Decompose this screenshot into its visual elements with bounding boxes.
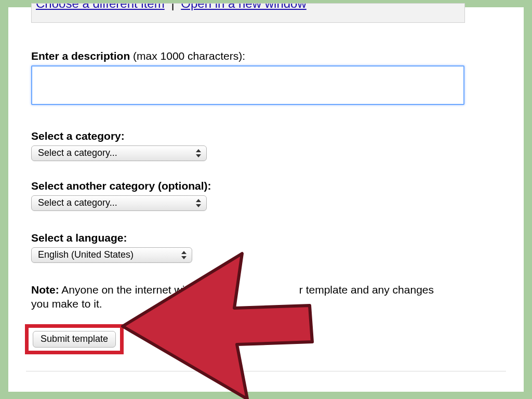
submit-highlight: Submit template	[25, 324, 124, 354]
category-select[interactable]: Select a category...	[31, 145, 207, 161]
description-section: Enter a description (max 1000 characters…	[31, 50, 468, 105]
link-separator: |	[168, 3, 177, 10]
submit-template-button[interactable]: Submit template	[33, 331, 116, 348]
description-label: Enter a description (max 1000 characters…	[31, 50, 468, 62]
description-input[interactable]	[31, 65, 464, 105]
divider	[26, 371, 506, 371]
language-select[interactable]: English (United States)	[31, 247, 192, 263]
category-label: Select a category:	[31, 130, 207, 142]
open-new-window-link[interactable]: Open in a new window	[181, 3, 306, 10]
page-frame: Choose a different item | Open in a new …	[8, 7, 524, 392]
category2-label: Select another category (optional):	[31, 180, 211, 192]
annotation-arrow-icon	[112, 248, 356, 399]
category-select-value: Select a category...	[38, 148, 117, 158]
note-text: Note: Anyone on the internet wixxxxxxxxx…	[31, 283, 447, 311]
language-label: Select a language:	[31, 232, 192, 244]
category2-select-value: Select a category...	[38, 197, 117, 208]
choose-different-item-link[interactable]: Choose a different item	[36, 3, 165, 10]
category2-select[interactable]: Select a category...	[31, 195, 207, 211]
language-section: Select a language: English (United State…	[31, 232, 192, 263]
category-section: Select a category: Select a category...	[31, 130, 207, 161]
category2-section: Select another category (optional): Sele…	[31, 180, 211, 211]
top-link-bar: Choose a different item | Open in a new …	[31, 3, 465, 23]
language-select-value: English (United States)	[38, 249, 134, 260]
